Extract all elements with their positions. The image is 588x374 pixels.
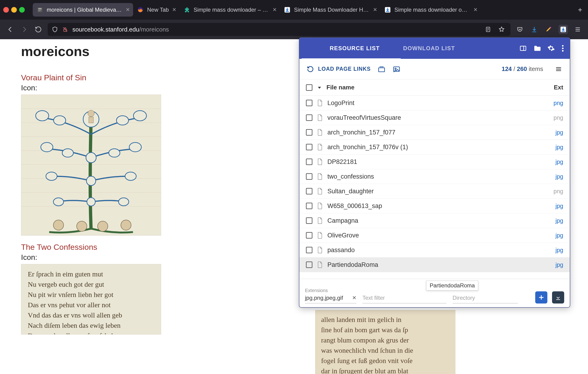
file-row[interactable]: two_confessionsjpg bbox=[299, 169, 570, 184]
file-row[interactable]: LogoPrintpng bbox=[299, 96, 570, 110]
select-all-checkbox[interactable] bbox=[306, 84, 313, 91]
settings-gear-icon[interactable] bbox=[547, 45, 555, 52]
svg-point-49 bbox=[395, 68, 396, 69]
manuscript-line: Nu vergeb euch got der gut bbox=[28, 279, 154, 290]
highlighter-icon[interactable] bbox=[544, 25, 553, 34]
new-tab-button[interactable]: + bbox=[575, 5, 585, 14]
file-row[interactable]: DP822181jpg bbox=[299, 155, 570, 169]
file-icon bbox=[317, 144, 323, 151]
window-zoom-traffic-light[interactable] bbox=[19, 7, 25, 13]
list-menu-icon[interactable] bbox=[555, 65, 562, 73]
file-ext: jpg bbox=[556, 144, 563, 151]
app-menu-icon[interactable] bbox=[573, 25, 582, 34]
file-row[interactable]: arch_tronchin_157_f077jpg bbox=[299, 125, 570, 140]
nav-forward-button[interactable] bbox=[20, 25, 29, 34]
download-button[interactable] bbox=[552, 291, 564, 303]
file-ext: jpg bbox=[556, 232, 563, 239]
nav-back-button[interactable] bbox=[6, 25, 15, 34]
file-ext: jpg bbox=[556, 203, 563, 209]
row-checkbox[interactable] bbox=[306, 217, 313, 224]
tab-close-icon[interactable]: ✕ bbox=[126, 7, 130, 13]
file-row[interactable]: passandojpg bbox=[299, 243, 570, 258]
file-row[interactable]: W658_000613_sapjpg bbox=[299, 199, 570, 213]
url-host: sourcebook.stanford.edu bbox=[72, 26, 139, 33]
manuscript-line: Das vns das allen muſt geſchehen bbox=[28, 331, 154, 334]
row-checkbox[interactable] bbox=[306, 158, 313, 165]
row-checkbox[interactable] bbox=[306, 261, 313, 268]
clear-extensions-icon[interactable]: ✕ bbox=[352, 295, 356, 301]
mass-downloader-extension-icon[interactable] bbox=[559, 25, 568, 34]
directory-placeholder: Directory bbox=[452, 295, 475, 301]
reload-button[interactable] bbox=[34, 25, 43, 34]
add-button[interactable] bbox=[535, 291, 547, 303]
row-checkbox[interactable] bbox=[306, 247, 313, 253]
window-minimize-traffic-light[interactable] bbox=[11, 7, 17, 13]
file-ext: png bbox=[553, 100, 563, 106]
reader-mode-icon[interactable] bbox=[483, 25, 493, 34]
tabs-scan-icon[interactable] bbox=[378, 65, 386, 73]
svg-point-39 bbox=[53, 220, 64, 230]
expand-panel-icon[interactable] bbox=[519, 45, 527, 52]
file-row[interactable]: OliveGrovejpg bbox=[299, 228, 570, 243]
row-checkbox[interactable] bbox=[306, 203, 313, 209]
col-ext[interactable]: Ext bbox=[554, 84, 563, 91]
item-count: 124 / 260 items bbox=[502, 65, 543, 73]
window-close-traffic-light[interactable] bbox=[3, 7, 9, 13]
file-ext: jpg bbox=[556, 261, 563, 268]
file-row[interactable]: Sultan_daughterpng bbox=[299, 184, 570, 199]
more-vert-icon[interactable] bbox=[561, 45, 564, 52]
browser-tab[interactable]: New Tab✕ bbox=[133, 3, 179, 17]
file-name: PartiendodaRoma bbox=[327, 261, 551, 269]
file-name: vorauTreeofVirtuesSquare bbox=[327, 114, 549, 121]
load-page-links-button[interactable]: LOAD PAGE LINKS bbox=[307, 66, 371, 73]
browser-tab[interactable]: Simple mass downloader – Ge✕ bbox=[179, 3, 280, 17]
file-ext: png bbox=[553, 114, 563, 121]
row-checkbox[interactable] bbox=[306, 144, 313, 150]
row-checkbox[interactable] bbox=[306, 114, 313, 121]
panel-toolbar: LOAD PAGE LINKS 124 / 260 items bbox=[299, 59, 570, 79]
file-row[interactable]: PartiendodaRomajpg bbox=[299, 258, 570, 272]
tab-close-icon[interactable]: ✕ bbox=[172, 7, 176, 13]
file-row[interactable]: vorauTreeofVirtuesSquarepng bbox=[299, 110, 570, 125]
browser-tab[interactable]: moreicons | Global Medieval S✕ bbox=[33, 3, 133, 17]
row-checkbox[interactable] bbox=[306, 173, 313, 180]
bookmark-star-icon[interactable] bbox=[497, 25, 506, 34]
tab-favicon bbox=[284, 6, 291, 13]
browser-tab[interactable]: Simple Mass Downloader Help✕ bbox=[280, 3, 380, 17]
sort-arrow-icon[interactable] bbox=[317, 85, 322, 90]
tab-close-icon[interactable]: ✕ bbox=[273, 7, 277, 13]
tab-resource-list[interactable]: RESOURCE LIST bbox=[323, 38, 387, 59]
toolbar-right bbox=[515, 25, 582, 34]
row-checkbox[interactable] bbox=[306, 232, 313, 239]
row-checkbox[interactable] bbox=[306, 188, 313, 195]
manuscript-text-3: allen landen mit im gelich inſine hof ai… bbox=[315, 310, 455, 374]
svg-point-32 bbox=[125, 172, 136, 180]
row-checkbox[interactable] bbox=[306, 129, 313, 136]
entry-image-1: Er ſprach in eim guten mutNu vergeb euch… bbox=[21, 264, 161, 334]
svg-rect-6 bbox=[286, 11, 289, 12]
tab-label: moreicons | Global Medieval S bbox=[47, 7, 122, 13]
shield-icon bbox=[52, 26, 58, 32]
images-scan-icon[interactable] bbox=[393, 65, 400, 73]
tab-close-icon[interactable]: ✕ bbox=[373, 7, 377, 13]
manuscript-line: ſine hof ain bom gart was da ſp bbox=[321, 325, 450, 335]
extensions-field[interactable]: Extensions jpg,png,jpeg,gif ✕ bbox=[305, 288, 356, 303]
file-ext: jpg bbox=[556, 158, 563, 165]
col-filename[interactable]: File name bbox=[326, 84, 355, 91]
downloads-icon[interactable] bbox=[530, 25, 539, 34]
file-icon bbox=[317, 247, 323, 254]
tab-download-list[interactable]: DOWNLOAD LIST bbox=[396, 38, 462, 59]
file-ext: jpg bbox=[556, 173, 563, 180]
directory-field[interactable]: Directory bbox=[452, 294, 518, 303]
tab-close-icon[interactable]: ✕ bbox=[473, 7, 478, 13]
folder-icon[interactable] bbox=[533, 45, 541, 52]
row-checkbox[interactable] bbox=[306, 100, 313, 106]
file-row[interactable]: arch_tronchin_157_f076v (1)jpg bbox=[299, 140, 570, 155]
file-row[interactable]: Campagnajpg bbox=[299, 213, 570, 228]
file-icon bbox=[317, 202, 323, 209]
pocket-icon[interactable] bbox=[515, 25, 525, 34]
file-name: arch_tronchin_157_f077 bbox=[327, 129, 551, 136]
text-filter-field[interactable]: Text filter bbox=[362, 294, 446, 303]
address-bar[interactable]: sourcebook.stanford.edu/moreicons bbox=[48, 23, 511, 36]
browser-tab[interactable]: Simple mass downloader optio✕ bbox=[380, 3, 481, 17]
